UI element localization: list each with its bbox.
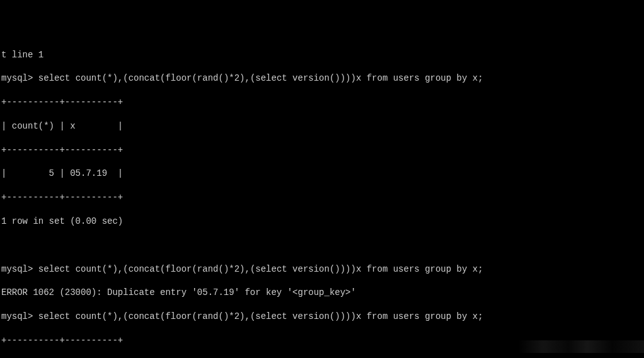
table-header: | count(*) | x | xyxy=(1,120,644,132)
error-line: ERROR 1062 (23000): Duplicate entry '05.… xyxy=(1,287,644,299)
mysql-prompt: mysql> xyxy=(1,264,33,274)
mysql-prompt: mysql> xyxy=(1,311,33,321)
table-border: +----------+----------+ xyxy=(1,96,644,108)
query-line: mysql> select count(*),(concat(floor(ran… xyxy=(1,311,644,323)
blank-line xyxy=(1,240,644,251)
sql-query: select count(*),(concat(floor(rand()*2),… xyxy=(38,264,483,274)
query-line: mysql> select count(*),(concat(floor(ran… xyxy=(1,263,644,275)
table-border: +----------+----------+ xyxy=(1,144,644,156)
table-row: | 5 | 05.7.19 | xyxy=(1,168,644,180)
sql-query: select count(*),(concat(floor(rand()*2),… xyxy=(38,311,483,321)
query-line: mysql> select count(*),(concat(floor(ran… xyxy=(1,72,644,84)
table-border: +----------+----------+ xyxy=(1,192,644,204)
rows-summary: 1 row in set (0.00 sec) xyxy=(1,216,644,228)
mysql-prompt: mysql> xyxy=(1,73,33,83)
output-line: t line 1 xyxy=(1,49,644,61)
sql-query: select count(*),(concat(floor(rand()*2),… xyxy=(38,73,483,83)
image-artifact xyxy=(518,340,644,353)
